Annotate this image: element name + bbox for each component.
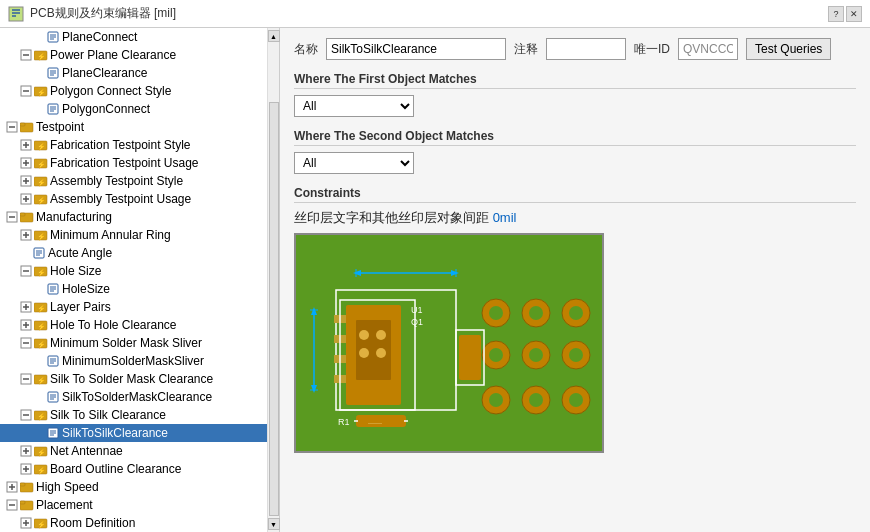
tree-toggle-assembly-testpoint-usage[interactable] [18,191,34,207]
tree-toggle-manufacturing[interactable] [4,209,20,225]
tree-item-board-outline-clearance[interactable]: ⚡ Board Outline Clearance [0,460,267,478]
tree-item-fabrication-testpoint-usage[interactable]: ⚡ Fabrication Testpoint Usage [0,154,267,172]
tree-item-minimumsoldermasksliver[interactable]: MinimumSolderMaskSliver [0,352,267,370]
tree-item-high-speed[interactable]: High Speed [0,478,267,496]
svg-text:U1: U1 [411,305,423,315]
pcb-svg: U1 Q1 [296,235,604,453]
tree-item-placement[interactable]: Placement [0,496,267,514]
tree-item-planeclearance[interactable]: PlaneClearance [0,64,267,82]
tree-item-testpoint[interactable]: Testpoint [0,118,267,136]
tree-item-silk-to-silk-clearance[interactable]: ⚡ Silk To Silk Clearance [0,406,267,424]
tree-icon-polygonconnect [46,102,60,116]
tree-toggle-assembly-testpoint-style[interactable] [18,173,34,189]
tree-item-minimum-solder-mask-sliver[interactable]: ⚡ Minimum Solder Mask Sliver [0,334,267,352]
tree-item-polygon-connect-style[interactable]: ⚡ Polygon Connect Style [0,82,267,100]
constraint-value[interactable]: 0mil [493,210,517,225]
svg-text:⚡: ⚡ [37,52,46,61]
tree-toggle-layer-pairs[interactable] [18,299,34,315]
first-object-title: Where The First Object Matches [294,72,856,89]
tree-label-fabrication-testpoint-usage: Fabrication Testpoint Usage [50,156,199,170]
second-object-title: Where The Second Object Matches [294,129,856,146]
tree-toggle-polygonconnect[interactable] [32,101,46,117]
tree-label-holesize: HoleSize [62,282,110,296]
tree-toggle-silk-to-silk-clearance[interactable] [18,407,34,423]
tree-item-power-plane-clearance[interactable]: ⚡ Power Plane Clearance [0,46,267,64]
tree-toggle-power-plane-clearance[interactable] [18,47,34,63]
tree-icon-minimum-annular-ring: ⚡ [34,228,48,242]
scroll-down-btn[interactable]: ▼ [268,518,280,530]
tree-toggle-planeclearance[interactable] [32,65,46,81]
tree-label-high-speed: High Speed [36,480,99,494]
tree-item-silk-to-solder-mask-clearance[interactable]: ⚡ Silk To Solder Mask Clearance [0,370,267,388]
svg-text:⚡: ⚡ [37,268,46,277]
tree-toggle-hole-to-hole-clearance[interactable] [18,317,34,333]
tree-toggle-board-outline-clearance[interactable] [18,461,34,477]
svg-rect-27 [20,123,25,126]
rule-name-input[interactable] [326,38,506,60]
tree-item-assembly-testpoint-style[interactable]: ⚡ Assembly Testpoint Style [0,172,267,190]
title-bar: PCB规则及约束编辑器 [mil] ? ✕ [0,0,870,28]
tree-item-minimum-annular-ring[interactable]: ⚡ Minimum Annular Ring [0,226,267,244]
pcb-preview: U1 Q1 [294,233,604,453]
tree-item-polygonconnect[interactable]: PolygonConnect [0,100,267,118]
svg-text:⚡: ⚡ [37,160,46,169]
svg-point-171 [489,348,503,362]
tree-icon-high-speed [20,480,34,494]
constraints-section: Constraints 丝印层文字和其他丝印层对象间距 0mil [294,186,856,453]
close-button[interactable]: ✕ [846,6,862,22]
test-queries-button[interactable]: Test Queries [746,38,831,60]
tree-toggle-silktosilkclearance[interactable] [32,425,46,441]
tree-item-fabrication-testpoint-style[interactable]: ⚡ Fabrication Testpoint Style [0,136,267,154]
tree-label-silktosilkclearance: SilkToSilkClearance [62,426,168,440]
tree-toggle-minimumsoldermasksliver[interactable] [32,353,46,369]
svg-text:⚡: ⚡ [37,304,46,313]
tree-item-hole-size[interactable]: ⚡ Hole Size [0,262,267,280]
tree-item-silktosilkclearance[interactable]: SilkToSilkClearance [0,424,267,442]
tree-item-acute-angle[interactable]: Acute Angle [0,244,267,262]
tree-toggle-hole-size[interactable] [18,263,34,279]
tree-toggle-planneconnect[interactable] [32,29,46,45]
comment-input[interactable] [546,38,626,60]
tree-item-assembly-testpoint-usage[interactable]: ⚡ Assembly Testpoint Usage [0,190,267,208]
tree-toggle-high-speed[interactable] [4,479,20,495]
tree-item-manufacturing[interactable]: Manufacturing [0,208,267,226]
tree-toggle-polygon-connect-style[interactable] [18,83,34,99]
tree-item-hole-to-hole-clearance[interactable]: ⚡ Hole To Hole Clearance [0,316,267,334]
tree-toggle-silk-to-solder-mask-clearance[interactable] [18,371,34,387]
tree-item-room-definition[interactable]: ⚡ Room Definition [0,514,267,532]
svg-text:⚡: ⚡ [37,448,46,457]
app-icon [8,6,24,22]
second-object-select[interactable]: All [294,152,414,174]
scroll-up-btn[interactable]: ▲ [268,30,280,42]
tree-toggle-testpoint[interactable] [4,119,20,135]
tree-toggle-minimum-solder-mask-sliver[interactable] [18,335,34,351]
tree-icon-planneconnect [46,30,60,44]
tree-item-net-antennae[interactable]: ⚡ Net Antennae [0,442,267,460]
tree-toggle-silktosoldermasckclearance[interactable] [32,389,46,405]
tree-item-planneconnect[interactable]: PlaneConnect [0,28,267,46]
first-object-select[interactable]: All [294,95,414,117]
tree-toggle-holesize[interactable] [32,281,46,297]
tree-item-layer-pairs[interactable]: ⚡ Layer Pairs [0,298,267,316]
tree-toggle-minimum-annular-ring[interactable] [18,227,34,243]
scrollbar[interactable]: ▲ ▼ [267,28,279,532]
tree-icon-fabrication-testpoint-style: ⚡ [34,138,48,152]
unique-id-input[interactable] [678,38,738,60]
tree-toggle-fabrication-testpoint-style[interactable] [18,137,34,153]
tree-toggle-acute-angle[interactable] [18,245,32,261]
tree-item-silktosoldermasckclearance[interactable]: SilkToSolderMaskClearance [0,388,267,406]
tree-toggle-placement[interactable] [4,497,20,513]
tree-item-holesize[interactable]: HoleSize [0,280,267,298]
svg-text:——: —— [368,419,382,426]
tree-toggle-fabrication-testpoint-usage[interactable] [18,155,34,171]
tree-toggle-net-antennae[interactable] [18,443,34,459]
main-container: PlaneConnect ⚡ Power Plane Clearance Pla… [0,28,870,532]
tree-label-room-definition: Room Definition [50,516,135,530]
svg-text:Q1: Q1 [411,317,423,327]
help-button[interactable]: ? [828,6,844,22]
svg-rect-0 [9,7,23,21]
tree-toggle-room-definition[interactable] [18,515,34,531]
scroll-thumb[interactable] [269,102,279,516]
tree-icon-acute-angle [32,246,46,260]
svg-point-157 [359,330,369,340]
